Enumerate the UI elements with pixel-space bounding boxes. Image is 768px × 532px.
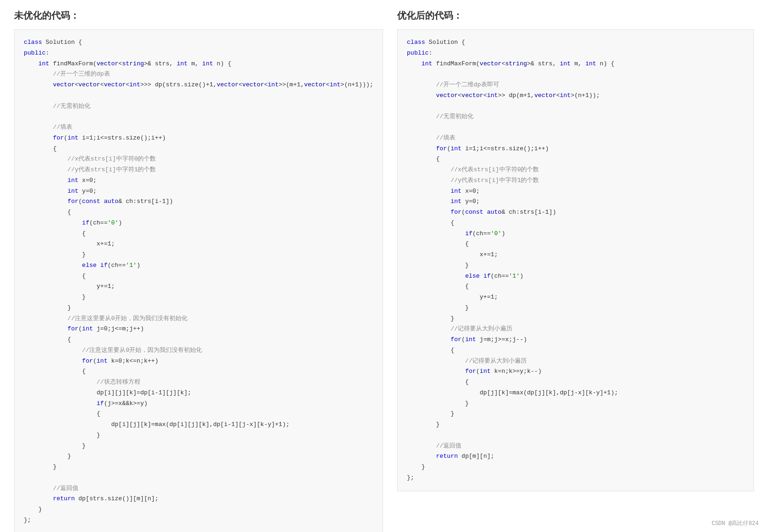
footer-label: CSDN @高比仔824 bbox=[712, 519, 759, 527]
left-column: 未优化的代码： class Solution {public: int find… bbox=[14, 9, 383, 532]
columns-container: 未优化的代码： class Solution {public: int find… bbox=[14, 9, 754, 532]
right-code-block: class Solution {public: int findMaxForm(… bbox=[397, 29, 754, 491]
left-title: 未优化的代码： bbox=[14, 9, 383, 22]
left-code-block: class Solution {public: int findMaxForm(… bbox=[14, 29, 383, 532]
right-title: 优化后的代码： bbox=[397, 9, 754, 22]
page-container: 未优化的代码： class Solution {public: int find… bbox=[0, 0, 768, 532]
right-column: 优化后的代码： class Solution {public: int find… bbox=[397, 9, 754, 491]
